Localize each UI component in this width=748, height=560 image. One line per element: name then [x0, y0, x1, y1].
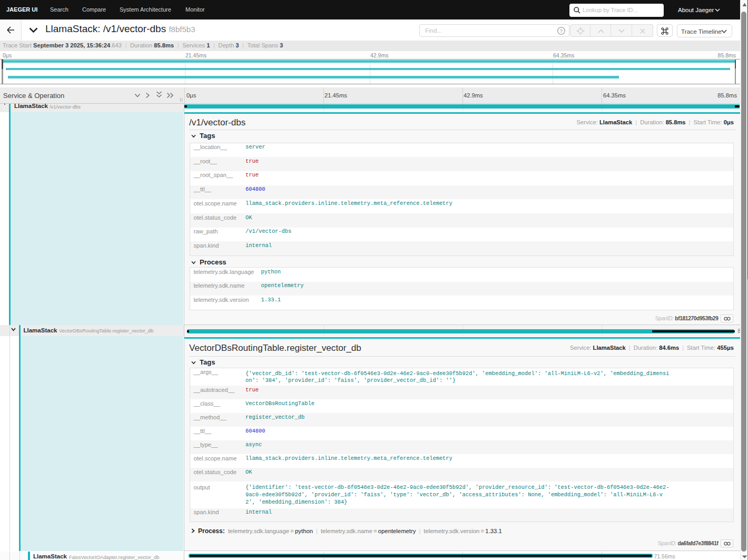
svg-text:?: ? — [560, 28, 563, 34]
